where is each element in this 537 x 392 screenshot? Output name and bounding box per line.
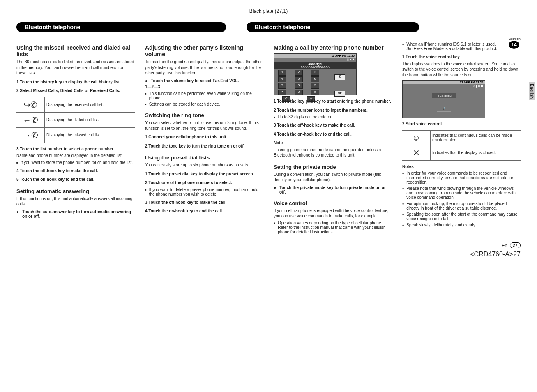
column-3: Making a call by entering phone number 1… <box>274 40 392 234</box>
step: 1 Touch the preset dial key to display t… <box>145 171 263 177</box>
heading-dial-number: Making a call by entering phone number <box>274 44 392 51</box>
notes-title: Notes <box>402 164 521 170</box>
footer-page-number: 27 <box>510 242 521 248</box>
text: The 80 most recent calls dialed, receive… <box>16 59 135 76</box>
step: 4 Touch the on-hook key to end the call. <box>145 208 263 214</box>
step: 2 Touch one of the phone numbers to sele… <box>145 180 263 186</box>
call-list-icon-table: ↪✆Displaying the received call list. ←✆D… <box>16 97 135 143</box>
volume-sequence: 1—2—3 <box>145 84 263 90</box>
mic-icon: 🎤 <box>437 106 451 112</box>
section-label: Section <box>509 37 521 41</box>
language-tab: English <box>529 82 535 100</box>
dialed-call-icon: ←✆ <box>16 112 45 127</box>
heading-ringtone: Switching the ring tone <box>145 112 263 118</box>
bullet: Speaking too soon after the start of the… <box>402 212 521 221</box>
bullet: If you want to delete a preset phone num… <box>145 187 263 196</box>
text: The display switches to the voice contro… <box>402 61 521 78</box>
step: 2 Touch the tone key to turn the ring to… <box>145 143 263 149</box>
note-title: Note <box>274 140 392 146</box>
step: 1 Connect your cellular phone to this un… <box>145 134 263 140</box>
step: 1 Touch the history key to display the c… <box>16 79 135 85</box>
footer: En 27 <box>16 242 521 248</box>
bullet: Settings can be stored for each device. <box>145 102 263 106</box>
keypad-screenshot: 13 APR PM 12:25 ○ ▮ ■ ✖ AbcdefghiXXXXXXX… <box>274 53 357 95</box>
bullet: In order for your voice commands to be r… <box>402 171 521 184</box>
received-call-icon: ↪✆ <box>16 97 45 112</box>
section-tab: Section 14 <box>509 37 521 49</box>
step: 2 Select Missed Calls, Dialed Calls or R… <box>16 88 135 94</box>
section-number: 14 <box>509 41 519 49</box>
action: Touch the private mode key to turn priva… <box>274 185 392 194</box>
text: During a conversation, you can switch to… <box>274 172 392 183</box>
text: If this function is on, this unit automa… <box>16 196 135 207</box>
text: Indicates that the display is closed. <box>431 145 521 160</box>
voice-wave-icon: ☺ <box>402 130 431 145</box>
step: 4 Touch the off-hook key to make the cal… <box>16 168 135 174</box>
step: 3 Touch the list number to select a phon… <box>16 146 135 152</box>
bullet: Please note that wind blowing through th… <box>402 186 521 200</box>
close-icon: ✕ <box>402 145 431 160</box>
text: Displaying the dialed call list. <box>45 112 135 127</box>
bullet: For optimum pick-up, the microphone shou… <box>402 201 521 210</box>
heading-private-mode: Setting the private mode <box>274 164 392 170</box>
document-id: <CRD4760-A>27 <box>16 251 521 258</box>
column-2: Adjusting the other party's listening vo… <box>145 40 263 234</box>
bullet: If you want to store the phone number, t… <box>16 160 135 165</box>
bullet: When an iPhone running iOS 6.1 or later … <box>402 42 521 51</box>
heading-auto-answer: Setting automatic answering <box>16 188 135 194</box>
heading-call-lists: Using the missed, received and dialed ca… <box>16 44 135 58</box>
bullet: This function can be performed even whil… <box>145 91 263 100</box>
step: 3 Touch the off-hook key to make the cal… <box>274 122 392 128</box>
step: 2 Start voice control. <box>402 121 521 127</box>
voice-screenshot: 13 ABR PM 12:25 ○ ▮ ■ ✖ I'm Listening. 🎤 <box>402 80 485 118</box>
column-1: Using the missed, received and dialed ca… <box>16 40 135 234</box>
heading-volume: Adjusting the other party's listening vo… <box>145 44 263 58</box>
text: You can select whether or not to use thi… <box>145 120 263 131</box>
text: Displaying the missed call list. <box>45 127 135 143</box>
step: 1 Touch the voice control key. <box>402 54 521 60</box>
heading-voice-control: Voice control <box>274 200 392 206</box>
text: Entering phone number mode cannot be ope… <box>274 147 392 158</box>
text: To maintain the good sound quality, this… <box>145 59 263 76</box>
column-4: When an iPhone running iOS 6.1 or later … <box>402 40 521 234</box>
footer-lang: En <box>502 243 507 248</box>
step: 5 Touch the on-hook key to end the call. <box>16 177 135 182</box>
bullet: Operation varies depending on the type o… <box>274 221 392 234</box>
text: If your cellular phone is equipped with … <box>274 208 392 219</box>
text: Indicates that continuous calls can be m… <box>431 130 521 145</box>
text: You can easily store up to six phone num… <box>145 162 263 168</box>
action: Touch the volume key to select Far-End V… <box>145 78 263 83</box>
voice-icon-table: ☺Indicates that continuous calls can be … <box>402 130 521 161</box>
header-right: Bluetooth telephone <box>247 22 419 32</box>
step: 2 Touch the number icons to input the nu… <box>274 108 392 113</box>
step: 1 Touch the key pad key to start enterin… <box>274 99 392 104</box>
text: Name and phone number are displayed in t… <box>16 153 135 159</box>
plate-label: Black plate (27,1) <box>16 8 521 14</box>
text: Displaying the received call list. <box>45 97 135 112</box>
bullet: Speak slowly, deliberately, and clearly. <box>402 223 521 228</box>
action: Touch the auto-answer key to turn automa… <box>16 210 135 219</box>
bullet: Up to 32 digits can be entered. <box>274 115 392 119</box>
missed-call-icon: →✆ <box>16 127 45 143</box>
heading-preset: Using the preset dial lists <box>145 154 263 161</box>
step: 3 Touch the off-hook key to make the cal… <box>145 200 263 205</box>
listening-message: I'm Listening. <box>432 93 455 98</box>
step: 4 Touch the on-hook key to end the call. <box>274 131 392 137</box>
header-left: Bluetooth telephone <box>16 22 226 32</box>
